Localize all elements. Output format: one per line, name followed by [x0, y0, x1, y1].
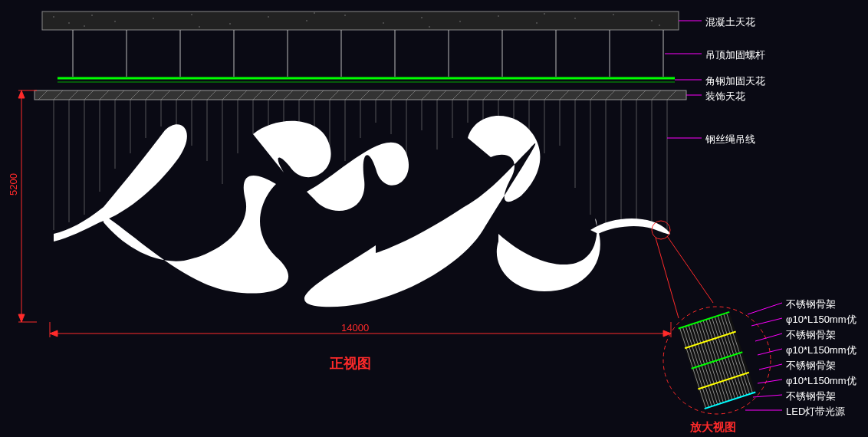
- svg-marker-159: [663, 330, 671, 337]
- drawing-svg: [0, 0, 868, 437]
- svg-line-125: [656, 238, 679, 318]
- label-ss-frame-2: 不锈钢骨架: [786, 328, 836, 342]
- svg-line-166: [751, 318, 782, 326]
- svg-marker-154: [18, 314, 25, 322]
- svg-point-11: [383, 23, 384, 24]
- svg-line-170: [758, 380, 782, 383]
- svg-point-21: [314, 13, 315, 14]
- svg-point-13: [460, 21, 461, 22]
- svg-point-17: [613, 15, 614, 15]
- svg-point-16: [575, 18, 576, 19]
- label-ss-frame-4: 不锈钢骨架: [786, 389, 836, 403]
- label-concrete-ceiling: 混凝土天花: [705, 15, 755, 29]
- label-fiber-1: φ10*L150mm优: [786, 313, 856, 327]
- dim-height: 5200: [8, 173, 19, 196]
- title-enlarged-view: 放大视图: [690, 420, 736, 435]
- title-front-view: 正视图: [330, 354, 371, 373]
- svg-point-3: [92, 15, 93, 16]
- svg-line-165: [748, 303, 782, 314]
- svg-point-19: [84, 26, 85, 27]
- svg-point-4: [115, 21, 116, 22]
- label-ss-frame-3: 不锈钢骨架: [786, 359, 836, 373]
- svg-point-5: [153, 18, 154, 19]
- label-led-strip: LED灯带光源: [786, 405, 845, 419]
- svg-point-10: [345, 15, 346, 16]
- svg-rect-39: [35, 90, 686, 100]
- label-fiber-3: φ10*L150mm优: [786, 374, 856, 388]
- svg-point-15: [537, 23, 538, 24]
- svg-point-9: [307, 21, 307, 21]
- label-wire-rope: 钢丝绳吊线: [705, 133, 755, 146]
- svg-point-18: [652, 21, 653, 21]
- svg-point-24: [659, 25, 660, 26]
- svg-point-8: [268, 17, 269, 18]
- label-fiber-2: φ10*L150mm优: [786, 343, 856, 357]
- svg-point-14: [498, 16, 499, 17]
- svg-point-20: [199, 27, 200, 28]
- svg-point-7: [230, 24, 231, 25]
- svg-point-23: [544, 14, 545, 15]
- label-angle-steel: 角钢加固天花: [705, 74, 765, 88]
- label-ss-frame-1: 不锈钢骨架: [786, 297, 836, 311]
- dim-width: 14000: [341, 322, 369, 334]
- svg-line-124: [667, 236, 713, 303]
- cad-canvas: 混凝土天花 吊顶加固螺杆 角钢加固天花 装饰天花 钢丝绳吊线 不锈钢骨架 φ10…: [0, 0, 868, 437]
- svg-point-2: [69, 23, 70, 24]
- svg-point-6: [192, 15, 192, 15]
- svg-point-1: [54, 17, 54, 18]
- svg-point-12: [422, 18, 422, 18]
- svg-point-22: [429, 27, 430, 28]
- svg-marker-158: [50, 330, 58, 337]
- svg-marker-153: [18, 90, 25, 98]
- svg-line-167: [755, 334, 782, 341]
- label-decor-ceiling: 装饰天花: [705, 90, 745, 104]
- svg-line-169: [759, 364, 782, 370]
- svg-rect-0: [42, 12, 679, 30]
- label-screw-rod: 吊顶加固螺杆: [705, 48, 765, 62]
